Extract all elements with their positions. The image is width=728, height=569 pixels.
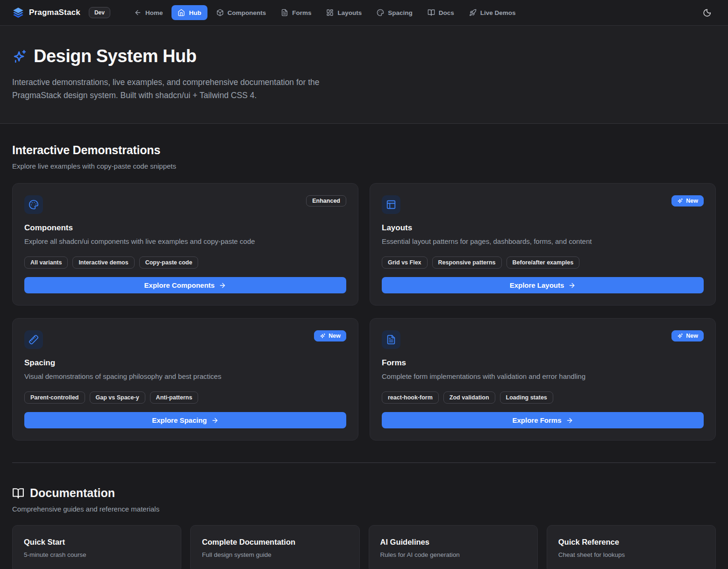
nav-item-label: Docs [439,9,454,16]
nav-item-spacing[interactable]: Spacing [371,5,419,20]
page-title: Design System Hub [34,46,196,66]
panels-layout-icon [382,195,400,214]
card-description: Explore all shadcn/ui components with li… [24,237,346,246]
demos-section: Interactive Demonstrations Explore live … [12,124,716,441]
tag: Interactive demos [72,256,134,269]
badge-label: New [686,332,698,340]
package-icon [216,9,224,16]
doc-card-title: Complete Documentation [202,538,348,547]
card-title: Spacing [24,358,346,368]
brand[interactable]: PragmaStack Dev [12,7,110,19]
tag: Gap vs Space-y [90,391,145,404]
nav-item-components[interactable]: Components [210,5,272,20]
nav-menu: Home Hub Components Forms Layouts [128,5,522,20]
badge-label: New [686,197,698,205]
arrow-left-icon [134,9,142,16]
arrow-right-icon [568,282,576,289]
status-badge: Enhanced [306,195,346,206]
tag-row: react-hook-form Zod validation Loading s… [382,391,704,404]
tag: Copy-paste code [139,256,199,269]
explore-spacing-button[interactable]: Explore Spacing [24,412,346,428]
layers-logo-icon [12,7,24,19]
sparkles-icon [320,333,326,339]
file-text-icon [382,330,400,349]
tag-row: Grid vs Flex Responsive patterns Before/… [382,256,704,269]
nav-item-live-demos[interactable]: Live Demos [463,5,522,20]
new-badge: New [671,195,704,206]
doc-card-grid: Quick Start 5-minute crash course Comple… [12,525,716,569]
doc-card-title: Quick Start [24,538,170,547]
nav-item-label: Spacing [388,9,413,16]
tag: react-hook-form [382,391,439,404]
nav-item-label: Hub [189,9,201,16]
nav-item-label: Live Demos [480,9,516,16]
home-icon [178,9,185,16]
explore-forms-button[interactable]: Explore Forms [382,412,704,428]
tag: Anti-patterns [150,391,199,404]
card-description: Visual demonstrations of spacing philoso… [24,372,346,381]
theme-toggle-button[interactable] [698,4,716,21]
sparkles-icon [677,198,683,204]
tag: Parent-controlled [24,391,85,404]
new-badge: New [671,330,704,341]
explore-layouts-button[interactable]: Explore Layouts [382,277,704,293]
cta-label: Explore Spacing [152,416,207,424]
nav-item-docs[interactable]: Docs [421,5,460,20]
explore-components-button[interactable]: Explore Components [24,277,346,293]
book-open-icon [12,487,24,499]
rocket-icon [469,9,477,16]
doc-card-ai-guidelines[interactable]: AI Guidelines Rules for AI code generati… [369,525,538,569]
tag-row: Parent-controlled Gap vs Space-y Anti-pa… [24,391,346,404]
cta-label: Explore Layouts [510,281,564,289]
badge-label: New [328,332,341,340]
doc-card-title: Quick Reference [558,538,704,547]
nav-item-label: Components [228,9,266,16]
tag: All variants [24,256,68,269]
doc-card-description: Rules for AI code generation [380,551,526,558]
docs-section-subtitle: Comprehensive guides and reference mater… [12,505,716,513]
tag-row: All variants Interactive demos Copy-past… [24,256,346,269]
demos-section-title: Interactive Demonstrations [12,143,716,157]
arrow-right-icon [211,417,219,424]
doc-card-complete-documentation[interactable]: Complete Documentation Full design syste… [190,525,359,569]
demo-card-spacing: New Spacing Visual demonstrations of spa… [12,318,358,441]
book-open-icon [428,9,435,16]
doc-card-description: Cheat sheet for lookups [558,551,704,558]
nav-item-layouts[interactable]: Layouts [320,5,368,20]
sparkles-icon [12,49,27,64]
nav-item-label: Layouts [337,9,362,16]
card-description: Essential layout patterns for pages, das… [382,237,704,246]
palette-icon [24,195,43,214]
tag: Responsive patterns [432,256,502,269]
demo-card-layouts: New Layouts Essential layout patterns fo… [370,183,716,306]
tag: Loading states [500,391,553,404]
hero-section: Design System Hub Interactive demonstrat… [0,26,728,124]
main-content: Interactive Demonstrations Explore live … [0,124,728,569]
ruler-icon [24,330,43,349]
demo-card-components: Enhanced Components Explore all shadcn/u… [12,183,358,306]
doc-card-quick-reference[interactable]: Quick Reference Cheat sheet for lookups [547,525,716,569]
arrow-right-icon [566,417,573,424]
env-badge: Dev [89,7,110,18]
nav-item-home[interactable]: Home [128,5,169,20]
file-text-icon [281,9,288,16]
top-navigation: PragmaStack Dev Home Hub Components Fo [0,0,728,26]
doc-card-description: Full design system guide [202,551,348,558]
tag: Grid vs Flex [382,256,428,269]
doc-card-title: AI Guidelines [380,538,526,547]
cta-label: Explore Components [144,281,215,289]
card-title: Forms [382,358,704,368]
nav-item-forms[interactable]: Forms [275,5,317,20]
demo-card-forms: New Forms Complete form implementations … [370,318,716,441]
card-title: Layouts [382,223,704,233]
card-description: Complete form implementations with valid… [382,372,704,381]
demos-section-subtitle: Explore live examples with copy-paste co… [12,162,716,170]
docs-section-title: Documentation [30,486,115,500]
tag: Before/after examples [507,256,580,269]
new-badge: New [314,330,346,341]
nav-item-hub[interactable]: Hub [171,5,207,20]
cta-label: Explore Forms [512,416,561,424]
layout-dashboard-icon [326,9,334,16]
tag: Zod validation [443,391,495,404]
doc-card-quick-start[interactable]: Quick Start 5-minute crash course [12,525,181,569]
